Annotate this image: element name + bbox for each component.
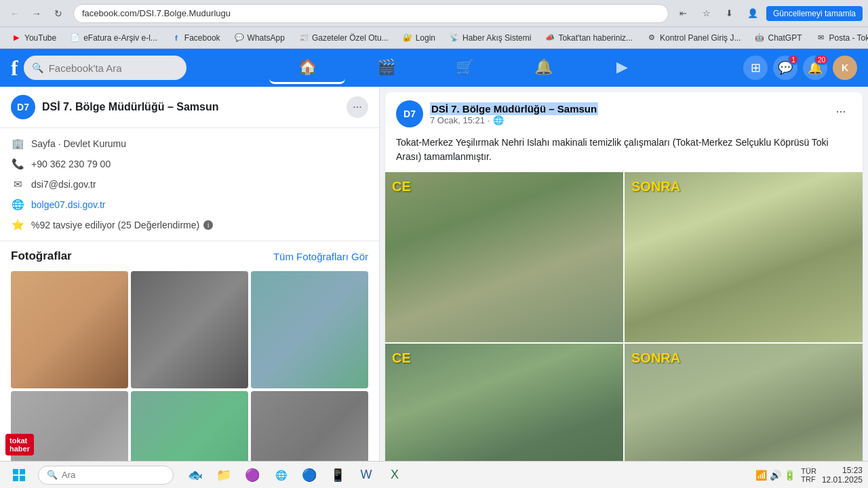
post-image-before-top[interactable]: CE [385,172,623,342]
bookmark-haber-akis[interactable]: 📡 Haber Akış Sistemi [443,30,536,45]
nav-reels[interactable]: 🎬 [348,52,424,84]
page-header: D7 DSİ 7. Bölge Müdürlüğü – Samsun ··· [0,87,379,128]
post-header: D7 DSİ 7. Bölge Müdürlüğü – Samsun 7 Oca… [385,92,863,136]
nav-buttons: ← → ↻ [5,4,68,23]
taskbar-app-fish[interactable]: 🐟 [182,464,209,486]
taskbar-app-phone[interactable]: 📱 [324,464,351,486]
bookmark-efatura[interactable]: 📄 eFatura e-Arşiv e-l... [64,30,163,45]
facebook-icon: f [171,33,182,43]
image-label-ce-1: CE [392,179,411,195]
see-all-photos-link[interactable]: Tüm Fotoğrafları Gör [273,251,368,262]
extensions-button[interactable]: ⇤ [674,4,693,23]
photo-thumb-2[interactable] [131,271,248,388]
wifi-icon[interactable]: 📶 [755,470,767,481]
chatgpt-icon: 🤖 [754,33,765,43]
messenger-badge: 1 [788,54,799,65]
taskbar-search-input[interactable] [62,470,157,480]
bell-icon: 🔔 [534,58,553,76]
bookmark-login[interactable]: 🔐 Login [397,30,441,45]
battery-icon[interactable]: 🔋 [784,470,795,481]
rating-info: %92 tavsiye ediliyor (25 Değerlendirme) … [31,220,213,230]
nav-notifications[interactable]: 🔔 [505,52,581,84]
post-author-info: DSİ 7. Bölge Müdürlüğü – Samsun 7 Ocak, … [430,102,598,125]
search-input[interactable] [49,62,157,74]
browser-chrome: ← → ↻ facebook.com/DSI.7.Bolge.Mudurlugu… [0,0,868,27]
bookmark-tokat[interactable]: 📣 Tokat'tan haberiniz... [539,30,638,45]
tokat-haber-logo: tokat haber [5,434,34,455]
notifications-button[interactable]: 🔔 20 [803,56,827,80]
address-bar[interactable]: facebook.com/DSI.7.Bolge.Mudurlugu [73,4,669,23]
taskbar-search[interactable]: 🔍 [38,466,174,485]
start-button[interactable] [5,464,33,486]
taskbar-app-chrome[interactable]: 🌐 [267,464,294,486]
svg-rect-1 [20,469,25,474]
messenger-button[interactable]: 💬 1 [773,56,797,80]
image-label-ce-2: CE [392,350,411,366]
facebook-search[interactable]: 🔍 [24,56,186,80]
bookmark-posta[interactable]: ✉ Posta - TokatHaber... [810,30,868,45]
taskbar-app-word[interactable]: W [353,464,380,486]
update-button[interactable]: Güncellemeyi tamamla [766,6,863,21]
rating-row: ⭐ %92 tavsiye ediliyor (25 Değerlendirme… [11,215,368,235]
taskbar-app-folder[interactable]: 📁 [210,464,237,486]
website-link[interactable]: bolge07.dsi.gov.tr [31,199,105,210]
bookmark-chatgpt[interactable]: 🤖 ChatGPT [749,30,807,45]
globe-icon: 🌐 [11,199,24,211]
apps-button[interactable]: ⊞ [743,56,768,80]
nav-marketplace[interactable]: 🛒 [427,52,502,84]
photos-header: Fotoğraflar Tüm Fotoğrafları Gör [11,249,368,263]
post-meta: 7 Ocak, 15:21 · 🌐 [430,115,598,125]
profile-button[interactable]: 👤 [743,4,762,23]
login-icon: 🔐 [402,33,413,43]
post-more-button[interactable]: ··· [830,100,852,122]
header-actions: ⊞ 💬 1 🔔 20 K [743,56,857,80]
photo-thumb-3[interactable] [251,271,368,388]
bookmark-label: Login [416,33,435,43]
taskbar-app-edge[interactable]: 🔵 [296,464,323,486]
whatsapp-icon: 💬 [234,33,245,43]
bookmark-label: Facebook [184,33,220,43]
info-circle-icon[interactable]: i [203,220,213,230]
nav-video[interactable]: ▶ [584,52,660,84]
forward-button[interactable]: → [27,4,46,23]
taskbar-app-teams[interactable]: 🟣 [239,464,266,486]
taskbar-apps: 🐟 📁 🟣 🌐 🔵 📱 W X [182,464,408,486]
nav-home[interactable]: 🏠 [269,52,345,84]
page-type-text: Sayfa · Devlet Kurumu [31,138,126,149]
back-button[interactable]: ← [5,4,24,23]
posta-icon: ✉ [815,33,826,43]
bookmark-whatsapp[interactable]: 💬 WhatsApp [229,30,290,45]
bookmark-gazeteler[interactable]: 📰 Gazeteler Özel Otu... [293,30,394,45]
efatura-icon: 📄 [70,33,81,43]
lang-code: TÜR [801,467,816,475]
bookmark-facebook[interactable]: f Facebook [165,30,226,45]
lang-layout: TRF [801,475,816,483]
phone-row: 📞 +90 362 230 79 00 [11,154,368,174]
facebook-nav: 🏠 🎬 🛒 🔔 ▶ [269,52,660,84]
page-more-button[interactable]: ··· [347,96,368,118]
taskbar-app-excel[interactable]: X [381,464,408,486]
post-separator: · [488,115,490,125]
post-author: D7 DSİ 7. Bölge Müdürlüğü – Samsun 7 Oca… [396,100,598,127]
refresh-button[interactable]: ↻ [49,4,68,23]
bookmarks-bar: ▶ YouTube 📄 eFatura e-Arşiv e-l... f Fac… [0,27,868,49]
post-image-after-top[interactable]: SONRA [625,172,863,342]
post-body: Tokat-Merkez Yeşilırmak Nehri Islahı mak… [385,136,863,172]
bookmark-label: Gazeteler Özel Otu... [312,33,389,43]
bookmark-kontrol[interactable]: ⚙ Kontrol Panel Giriş J... [641,30,746,45]
clock-date: 12.01.2025 [822,475,863,485]
photo-thumb-1[interactable] [11,271,128,388]
post-images: CE SONRA CE SONRA [385,172,863,488]
account-button[interactable]: K [833,56,857,80]
haber-text: haber [9,445,30,453]
post-author-name[interactable]: DSİ 7. Bölge Müdürlüğü – Samsun [430,102,598,115]
avatar-initials: D7 [17,102,29,113]
main-content: D7 DSİ 7. Bölge Müdürlüğü – Samsun ··· 🏢… [0,87,868,488]
photos-title: Fotoğraflar [11,249,72,263]
building-icon: 🏢 [11,138,24,150]
bookmark-button[interactable]: ☆ [697,4,716,23]
download-button[interactable]: ⬇ [720,4,739,23]
volume-icon[interactable]: 🔊 [770,470,781,481]
bookmark-label: YouTube [24,33,56,43]
bookmark-youtube[interactable]: ▶ YouTube [5,30,62,45]
